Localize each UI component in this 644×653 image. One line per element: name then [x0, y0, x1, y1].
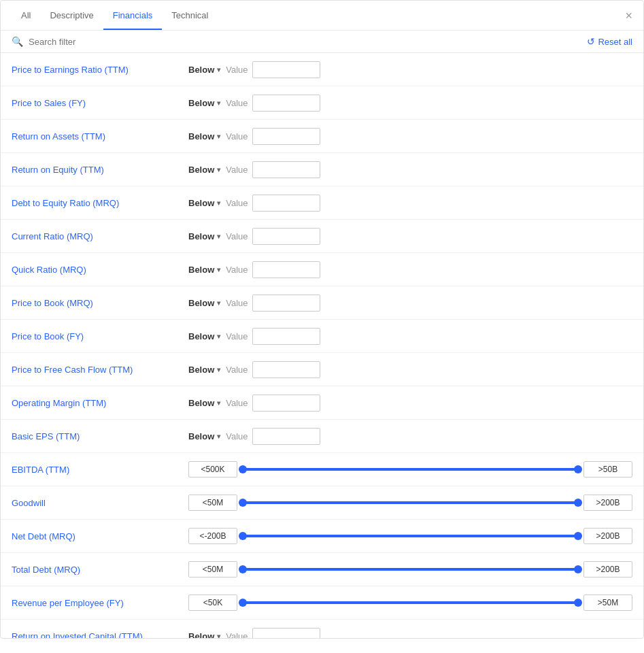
- value-input-roe[interactable]: [252, 161, 320, 178]
- filter-row-pfcf: Price to Free Cash Flow (TTM) Below ▾ Va…: [1, 353, 643, 386]
- value-input-basic-eps[interactable]: [252, 428, 320, 445]
- value-input-roic[interactable]: [252, 628, 320, 638]
- slider-max-ebitda[interactable]: [583, 461, 632, 478]
- slider-thumb-right-total-debt[interactable]: [574, 565, 582, 573]
- chevron-down-icon: ▾: [217, 366, 220, 373]
- value-input-pb-fy[interactable]: [252, 328, 320, 345]
- value-label: Value: [226, 398, 248, 408]
- value-input-ps-ratio[interactable]: [252, 95, 320, 112]
- chevron-down-icon: ▾: [217, 266, 220, 273]
- filter-label-debt-equity: Debt to Equity Ratio (MRQ): [12, 198, 188, 208]
- below-dropdown-roic[interactable]: Below ▾: [188, 631, 220, 638]
- below-dropdown-roe[interactable]: Below ▾: [188, 165, 220, 175]
- below-dropdown-pe-ratio[interactable]: Below ▾: [188, 65, 220, 75]
- value-input-pe-ratio[interactable]: [252, 61, 320, 78]
- below-dropdown-current-ratio[interactable]: Below ▾: [188, 231, 220, 241]
- slider-min-total-debt[interactable]: [188, 561, 237, 577]
- slider-min-net-debt[interactable]: [188, 528, 237, 544]
- close-button[interactable]: ×: [625, 10, 632, 22]
- chevron-down-icon: ▾: [217, 166, 220, 173]
- value-input-quick-ratio[interactable]: [252, 261, 320, 278]
- value-input-debt-equity[interactable]: [252, 195, 320, 212]
- slider-min-rev-employee[interactable]: [188, 595, 237, 611]
- chevron-down-icon: ▾: [217, 233, 220, 240]
- tab-descriptive[interactable]: Descriptive: [40, 2, 103, 30]
- filter-row-pb-fy: Price to Book (FY) Below ▾ Value: [1, 320, 643, 353]
- value-input-pb-mrq[interactable]: [252, 295, 320, 312]
- filter-label-roa: Return on Assets (TTM): [12, 131, 188, 141]
- below-label: Below: [188, 265, 214, 275]
- slider-thumb-left-goodwill[interactable]: [239, 499, 247, 507]
- slider-thumb-left-rev-employee[interactable]: [239, 599, 247, 607]
- value-label: Value: [226, 431, 248, 441]
- slider-track-rev-employee[interactable]: [243, 601, 578, 604]
- below-dropdown-debt-equity[interactable]: Below ▾: [188, 198, 220, 208]
- filter-label-ebitda: EBITDA (TTM): [12, 465, 188, 475]
- filter-row-rev-employee: Revenue per Employee (FY): [1, 586, 643, 620]
- below-dropdown-pfcf[interactable]: Below ▾: [188, 365, 220, 375]
- slider-rev-employee: [188, 595, 632, 611]
- filter-row-current-ratio: Current Ratio (MRQ) Below ▾ Value: [1, 220, 643, 253]
- value-label: Value: [226, 198, 248, 208]
- search-icon: 🔍: [12, 36, 23, 47]
- reset-all-button[interactable]: ↺ Reset all: [587, 36, 632, 47]
- slider-max-total-debt[interactable]: [583, 561, 632, 577]
- filter-label-pfcf: Price to Free Cash Flow (TTM): [12, 365, 188, 375]
- slider-track-total-debt[interactable]: [243, 568, 578, 571]
- slider-thumb-right-net-debt[interactable]: [574, 532, 582, 540]
- value-input-current-ratio[interactable]: [252, 228, 320, 245]
- slider-thumb-right-ebitda[interactable]: [574, 465, 582, 473]
- tab-technical[interactable]: Technical: [162, 2, 218, 30]
- slider-thumb-left-ebitda[interactable]: [239, 465, 247, 473]
- value-label: Value: [226, 631, 248, 638]
- below-dropdown-ps-ratio[interactable]: Below ▾: [188, 98, 220, 108]
- below-dropdown-roa[interactable]: Below ▾: [188, 131, 220, 141]
- value-label: Value: [226, 231, 248, 241]
- below-label: Below: [188, 198, 214, 208]
- slider-min-goodwill[interactable]: [188, 495, 237, 511]
- below-dropdown-basic-eps[interactable]: Below ▾: [188, 431, 220, 441]
- filter-label-pe-ratio: Price to Earnings Ratio (TTM): [12, 65, 188, 75]
- filter-label-net-debt: Net Debt (MRQ): [12, 531, 188, 541]
- slider-min-ebitda[interactable]: [188, 461, 237, 478]
- below-label: Below: [188, 431, 214, 441]
- chevron-down-icon: ▾: [217, 66, 220, 73]
- filter-row-net-debt: Net Debt (MRQ): [1, 520, 643, 553]
- slider-max-rev-employee[interactable]: [583, 595, 632, 611]
- filter-row-debt-equity: Debt to Equity Ratio (MRQ) Below ▾ Value: [1, 186, 643, 220]
- slider-track-goodwill[interactable]: [243, 501, 578, 504]
- filter-row-quick-ratio: Quick Ratio (MRQ) Below ▾ Value: [1, 253, 643, 286]
- value-label: Value: [226, 365, 248, 375]
- filter-row-ps-ratio: Price to Sales (FY) Below ▾ Value: [1, 86, 643, 120]
- value-label: Value: [226, 98, 248, 108]
- slider-thumb-left-total-debt[interactable]: [239, 565, 247, 573]
- below-dropdown-quick-ratio[interactable]: Below ▾: [188, 265, 220, 275]
- slider-max-net-debt[interactable]: [583, 528, 632, 544]
- below-label: Below: [188, 398, 214, 408]
- slider-max-goodwill[interactable]: [583, 495, 632, 511]
- slider-thumb-right-rev-employee[interactable]: [574, 599, 582, 607]
- value-input-roa[interactable]: [252, 128, 320, 145]
- filter-row-roa: Return on Assets (TTM) Below ▾ Value: [1, 120, 643, 153]
- value-label: Value: [226, 298, 248, 308]
- filter-label-quick-ratio: Quick Ratio (MRQ): [12, 265, 188, 275]
- reset-icon: ↺: [587, 36, 595, 47]
- slider-total-debt: [188, 561, 632, 577]
- tab-all[interactable]: All: [12, 2, 40, 30]
- slider-thumb-left-net-debt[interactable]: [239, 532, 247, 540]
- filter-row-op-margin: Operating Margin (TTM) Below ▾ Value: [1, 386, 643, 420]
- search-input[interactable]: [29, 37, 587, 47]
- value-input-op-margin[interactable]: [252, 395, 320, 412]
- filter-row-roe: Return on Equity (TTM) Below ▾ Value: [1, 153, 643, 186]
- slider-track-net-debt[interactable]: [243, 535, 578, 537]
- slider-track-ebitda[interactable]: [243, 468, 578, 471]
- tab-financials[interactable]: Financials: [103, 2, 163, 30]
- below-dropdown-pb-mrq[interactable]: Below ▾: [188, 298, 220, 308]
- filter-label-current-ratio: Current Ratio (MRQ): [12, 231, 188, 241]
- chevron-down-icon: ▾: [217, 299, 220, 307]
- below-dropdown-op-margin[interactable]: Below ▾: [188, 398, 220, 408]
- value-input-pfcf[interactable]: [252, 361, 320, 378]
- filter-row-roic: Return on Invested Capital (TTM) Below ▾…: [1, 620, 643, 638]
- slider-thumb-right-goodwill[interactable]: [574, 499, 582, 507]
- below-dropdown-pb-fy[interactable]: Below ▾: [188, 331, 220, 341]
